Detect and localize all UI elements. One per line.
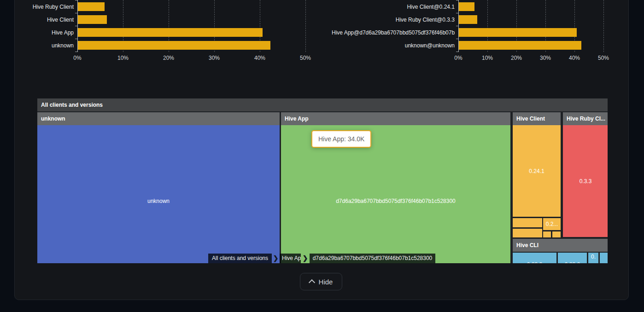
block-hive-client-0-24-1[interactable]: 0.24.1 — [513, 125, 561, 217]
y-axis-tick — [75, 39, 77, 39]
category-label: unknown@unknown — [332, 42, 455, 49]
x-tick-label: 50% — [593, 55, 614, 61]
x-tick-label: 0% — [448, 55, 468, 61]
y-axis-tick — [75, 26, 77, 26]
bar-hive-client[interactable] — [78, 15, 107, 24]
block-hive-client-0-2[interactable]: 0.2... — [543, 218, 561, 230]
y-axis-tick — [456, 0, 458, 0]
gridline — [305, 0, 306, 52]
bar-hive-app-d7d6a29ba6707bbd5075df376f46b07b[interactable] — [459, 28, 577, 37]
chevron-up-icon — [308, 279, 315, 286]
x-tick-label: 0% — [67, 55, 88, 61]
block-hive-client-small-2[interactable] — [513, 229, 542, 237]
x-tick-label: 30% — [535, 55, 556, 61]
category-label: Hive App@d7d6a29ba6707bbd5075df376f46b07… — [332, 29, 455, 36]
x-tick-label: 20% — [506, 55, 527, 61]
x-tick-label: 30% — [204, 55, 224, 61]
category-label: Hive Client@0.24.1 — [332, 3, 455, 11]
section-header-hive-cli[interactable]: Hive CLI — [513, 239, 608, 252]
block-hive-cli-1[interactable]: 0.23.0 — [513, 253, 556, 263]
section-header-hive-ruby-client[interactable]: Hive Ruby Cl... — [563, 112, 608, 125]
y-axis-tick — [456, 39, 458, 39]
breadcrumb-separator-icon: ❯ — [301, 254, 310, 263]
breadcrumb-item[interactable]: d7d6a29ba6707bbd5075df376f46b07b1c528300 — [310, 254, 435, 263]
category-label: unknown — [18, 42, 74, 49]
y-axis-tick — [75, 0, 77, 0]
block-hive-ruby-client-0-3-3[interactable]: 0.3.3 — [563, 125, 608, 237]
client-version-share-bar-chart: 0%10%20%30%40%50%Hive Client@0.24.1Hive … — [332, 0, 631, 64]
y-axis-tick — [456, 26, 458, 26]
block-hive-cli-2[interactable]: 0.23.2 — [558, 253, 587, 263]
tooltip-text: Hive App: 34.0K — [318, 135, 364, 143]
y-axis-tick — [75, 13, 77, 13]
block-hive-client-tiny-1[interactable] — [543, 231, 551, 237]
clients-versions-treemap: All clients and versionsunknownunknownHi… — [37, 98, 608, 263]
block-hive-cli-3[interactable]: 0. — [588, 253, 598, 263]
block-hive-client-tiny-2[interactable] — [552, 231, 561, 237]
category-label: Hive Ruby Client — [18, 3, 74, 11]
bar-hive-ruby-client-0-3-3[interactable] — [459, 15, 477, 24]
block-hive-client-small-1[interactable] — [513, 218, 542, 227]
hide-button[interactable]: Hide — [300, 273, 342, 290]
client-share-bar-chart: 0%10%20%30%40%50%Hive Ruby ClientHive Cl… — [18, 0, 322, 64]
hide-button-label: Hide — [319, 278, 333, 286]
bar-hive-ruby-client[interactable] — [78, 2, 105, 11]
x-tick-label: 10% — [113, 55, 133, 61]
treemap-root-header[interactable]: All clients and versions — [37, 98, 608, 111]
y-axis-tick — [75, 52, 77, 52]
block-unknown[interactable]: unknown — [37, 125, 280, 263]
gridline — [603, 0, 604, 52]
breadcrumb-item[interactable]: Hive App — [280, 254, 301, 263]
treemap-tooltip: Hive App: 34.0K — [311, 130, 371, 148]
category-label: Hive Client — [18, 16, 74, 23]
section-header-hive-app[interactable]: Hive App — [281, 112, 510, 125]
x-tick-label: 50% — [295, 55, 316, 61]
y-axis-tick — [456, 13, 458, 13]
category-label: Hive App — [18, 29, 74, 36]
bar-hive-app[interactable] — [78, 28, 263, 37]
block-hive-cli-4[interactable] — [600, 253, 608, 263]
breadcrumb-separator-icon: ❯ — [272, 254, 280, 263]
treemap-breadcrumb: All clients and versions❯Hive App❯d7d6a2… — [208, 254, 435, 263]
bar-unknown-unknown[interactable] — [459, 41, 581, 50]
x-tick-label: 40% — [250, 55, 270, 61]
x-tick-label: 20% — [158, 55, 179, 61]
section-header-hive-client[interactable]: Hive Client — [513, 112, 561, 125]
breadcrumb-item[interactable]: All clients and versions — [208, 254, 272, 263]
bar-hive-client-0-24-1[interactable] — [459, 2, 474, 11]
section-header-unknown[interactable]: unknown — [37, 112, 280, 125]
x-tick-label: 10% — [477, 55, 498, 61]
y-axis-tick — [456, 52, 458, 52]
bar-unknown[interactable] — [78, 41, 270, 50]
x-tick-label: 40% — [564, 55, 585, 61]
category-label: Hive Ruby Client@0.3.3 — [332, 16, 455, 23]
dashboard-screen: 0%10%20%30%40%50%Hive Ruby ClientHive Cl… — [0, 0, 644, 312]
